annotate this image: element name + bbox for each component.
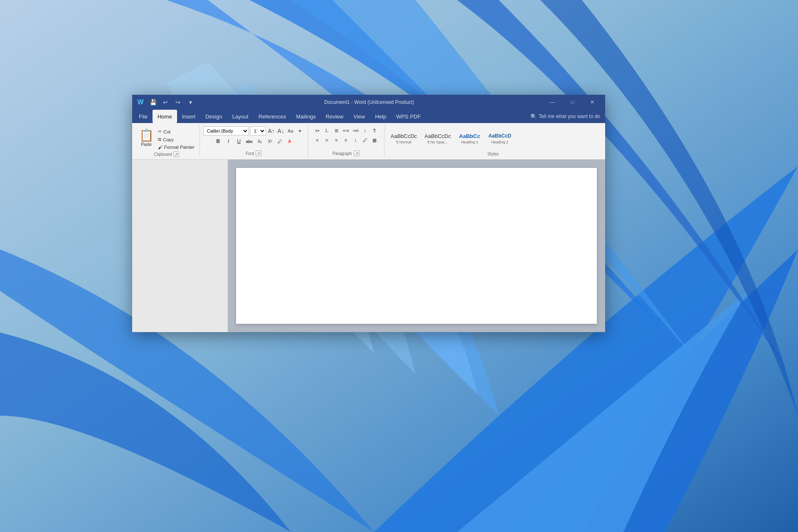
menu-wps-pdf[interactable]: WPS PDF	[391, 110, 426, 123]
paste-icon: 📋	[139, 130, 154, 141]
undo-button[interactable]: ↩	[160, 97, 170, 107]
close-button[interactable]: ✕	[583, 95, 602, 110]
menu-file[interactable]: File	[134, 110, 153, 123]
quick-access-toolbar: W 💾 ↩ ↪ ▾	[135, 97, 195, 107]
document-page[interactable]	[236, 168, 597, 324]
clipboard-dialog-launcher[interactable]: ↗	[173, 151, 179, 157]
sort-button[interactable]: ↕	[361, 126, 369, 135]
format-painter-button[interactable]: 🖌 Format Painter	[156, 144, 196, 150]
style-heading1-label: Heading 1	[461, 140, 478, 144]
word-window: W 💾 ↩ ↪ ▾ Document1 - Word (Unlicensed P…	[132, 95, 605, 332]
style-heading2-label: Heading 2	[491, 140, 508, 144]
font-color-button[interactable]: A	[286, 137, 294, 145]
font-label: Font	[246, 151, 254, 156]
font-name-select[interactable]: Calibri (Body	[203, 126, 249, 135]
clear-formatting-button[interactable]: ✦	[296, 127, 304, 135]
font-grow-button[interactable]: A↑	[267, 127, 276, 135]
title-bar: W 💾 ↩ ↪ ▾ Document1 - Word (Unlicensed P…	[132, 95, 605, 110]
font-shrink-button[interactable]: A↓	[277, 127, 285, 135]
clipboard-small-buttons: ✂ Cut ⧉ Copy 🖌 Format Painter	[156, 126, 196, 150]
sidebar-panel	[132, 160, 228, 332]
document-area	[228, 160, 605, 332]
styles-label: Styles	[488, 152, 499, 156]
minimize-button[interactable]: —	[543, 95, 562, 110]
style-normal-label: ¶ Normal	[396, 140, 411, 144]
window-title: Document1 - Word (Unlicensed Product)	[195, 99, 543, 105]
highlight-color-button[interactable]: 🖊	[276, 137, 284, 145]
style-heading2[interactable]: AaBbCcD Heading 2	[485, 127, 514, 151]
style-no-spacing-label: ¶ No Spac...	[427, 140, 448, 144]
save-button[interactable]: 💾	[148, 97, 158, 107]
show-marks-button[interactable]: ¶	[370, 126, 379, 135]
customize-qat-button[interactable]: ▾	[185, 97, 195, 107]
line-spacing-button[interactable]: ↕	[351, 136, 360, 144]
style-normal[interactable]: AaBbCcDc ¶ Normal	[388, 127, 420, 151]
superscript-button[interactable]: X²	[266, 137, 275, 146]
style-normal-preview: AaBbCcDc	[391, 133, 417, 140]
bullets-button[interactable]: ≡•	[313, 126, 321, 135]
font-size-select[interactable]: 11	[250, 126, 266, 135]
font-row-2: B I U abc X₂ X² 🖊 A	[214, 137, 294, 146]
menu-view[interactable]: View	[348, 110, 370, 123]
styles-group: AaBbCcDc ¶ Normal AaBbCcDc ¶ No Spac... …	[386, 125, 602, 157]
paragraph-dialog-launcher[interactable]: ↗	[354, 150, 360, 156]
clipboard-group: 📋 Paste ✂ Cut ⧉ Copy 🖌 Format Painter	[135, 125, 200, 157]
menu-insert[interactable]: Insert	[177, 110, 201, 123]
clipboard-label: Clipboard	[154, 152, 172, 157]
para-row-2: ≡ ≡ ≡ ≡ ↕ 🖊 ▦	[313, 136, 379, 144]
subscript-button[interactable]: X₂	[255, 137, 264, 146]
menu-review[interactable]: Review	[321, 110, 349, 123]
cut-button[interactable]: ✂ Cut	[156, 128, 196, 135]
bold-button[interactable]: B	[214, 137, 223, 146]
redo-button[interactable]: ↪	[173, 97, 183, 107]
paste-label: Paste	[141, 142, 152, 147]
numbering-button[interactable]: 1.	[323, 126, 331, 135]
style-no-spacing-preview: AaBbCcDc	[424, 133, 451, 140]
justify-button[interactable]: ≡	[342, 136, 350, 144]
borders-button[interactable]: ▦	[370, 136, 379, 144]
paragraph-group: ≡• 1. ⊞ ⇐≡ ⇒≡ ↕ ¶ ≡ ≡ ≡ ≡ ↕ 🖊 ▦	[310, 125, 384, 157]
align-center-button[interactable]: ≡	[323, 136, 331, 144]
style-heading2-preview: AaBbCcD	[488, 133, 511, 139]
style-no-spacing[interactable]: AaBbCcDc ¶ No Spac...	[421, 127, 454, 151]
menu-home[interactable]: Home	[153, 110, 177, 123]
style-heading1-preview: AaBbCc	[459, 133, 480, 140]
word-app-icon: W	[135, 97, 145, 107]
increase-indent-button[interactable]: ⇒≡	[351, 126, 360, 135]
menu-references[interactable]: References	[254, 110, 291, 123]
menu-bar: File Home Insert Design Layout Reference…	[132, 110, 605, 123]
decrease-indent-button[interactable]: ⇐≡	[342, 126, 350, 135]
menu-help[interactable]: Help	[370, 110, 391, 123]
style-heading1[interactable]: AaBbCc Heading 1	[456, 127, 484, 151]
paragraph-label: Paragraph	[332, 151, 352, 156]
ribbon: 📋 Paste ✂ Cut ⧉ Copy 🖌 Format Painter	[132, 123, 605, 160]
change-case-button[interactable]: Aa	[286, 127, 295, 135]
italic-button[interactable]: I	[224, 137, 233, 146]
align-left-button[interactable]: ≡	[313, 136, 321, 144]
para-row-1: ≡• 1. ⊞ ⇐≡ ⇒≡ ↕ ¶	[313, 126, 379, 135]
maximize-button[interactable]: □	[563, 95, 582, 110]
copy-label: Copy	[163, 137, 174, 142]
search-icon: 🔍	[530, 113, 537, 120]
copy-icon: ⧉	[158, 137, 161, 142]
font-group: Calibri (Body 11 A↑ A↓ Aa ✦ B I U abc X₂	[202, 125, 308, 157]
strikethrough-button[interactable]: abc	[245, 137, 254, 146]
underline-button[interactable]: U	[234, 137, 244, 146]
search-label[interactable]: Tell me what you want to do	[539, 113, 600, 119]
cut-icon: ✂	[158, 129, 162, 134]
content-area	[132, 160, 605, 332]
window-controls: — □ ✕	[543, 95, 602, 110]
cut-label: Cut	[163, 129, 170, 134]
multilevel-button[interactable]: ⊞	[332, 126, 340, 135]
font-dialog-launcher[interactable]: ↗	[256, 150, 261, 156]
format-painter-label: Format Painter	[164, 145, 195, 150]
menu-mailings[interactable]: Mailings	[291, 110, 321, 123]
align-right-button[interactable]: ≡	[332, 136, 340, 144]
paste-button[interactable]: 📋 Paste	[137, 126, 155, 150]
copy-button[interactable]: ⧉ Copy	[156, 136, 196, 143]
shading-button[interactable]: 🖊	[361, 136, 369, 144]
format-painter-icon: 🖌	[158, 145, 163, 150]
menu-design[interactable]: Design	[200, 110, 227, 123]
menu-layout[interactable]: Layout	[227, 110, 254, 123]
font-row-1: Calibri (Body 11 A↑ A↓ Aa ✦	[203, 126, 304, 135]
